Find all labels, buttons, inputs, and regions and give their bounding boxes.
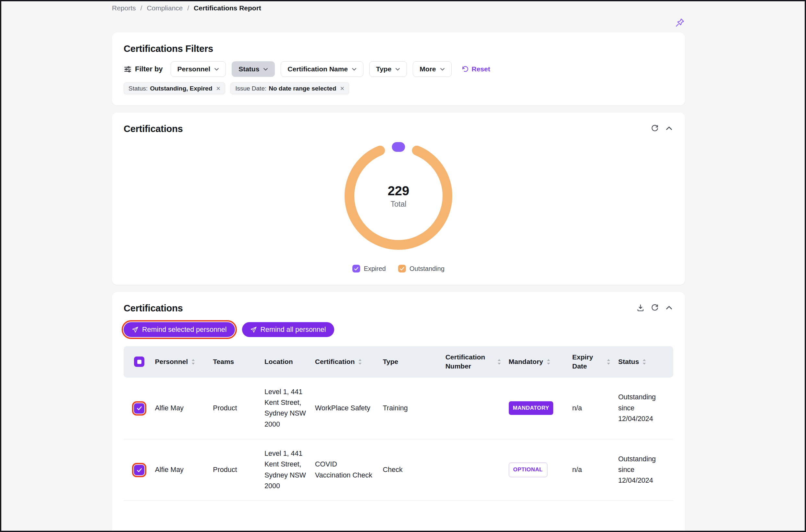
filter-row: Filter by Personnel Status Certification… [124, 61, 673, 77]
donut-total-caption: Total [391, 200, 407, 209]
dropdown-label: Type [376, 65, 391, 73]
remind-all-personnel-button[interactable]: Remind all personnel [242, 322, 334, 337]
sort-icon[interactable] [358, 358, 362, 365]
table-card-title: Certifications [124, 303, 183, 314]
column-label: Type [383, 357, 398, 366]
optional-badge: OPTIONAL [509, 462, 547, 477]
cell-certification-number [446, 378, 509, 439]
row-checkbox[interactable] [134, 465, 144, 475]
select-all-cell [124, 346, 155, 378]
sort-icon[interactable] [546, 358, 551, 365]
column-label: Teams [213, 357, 234, 366]
cell-type: Training [383, 378, 446, 439]
remove-chip-icon[interactable]: × [340, 85, 344, 92]
legend-item-outstanding[interactable]: Outstanding [398, 265, 445, 272]
chevron-down-icon [263, 68, 268, 71]
sort-icon[interactable] [606, 358, 611, 365]
chip-value: No date range selected [269, 85, 336, 92]
column-header-location: Location [264, 346, 315, 378]
column-header-mandatory[interactable]: Mandatory [509, 346, 573, 378]
filter-dropdown-status[interactable]: Status [232, 61, 275, 77]
chart-legend: Expired Outstanding [124, 265, 673, 274]
breadcrumb-compliance[interactable]: Compliance [147, 4, 183, 12]
filters-card: Certifications Filters Filter by Personn… [112, 33, 685, 106]
button-label: Remind all personnel [261, 326, 326, 334]
chip-label: Issue Date: [235, 85, 266, 92]
cell-type: Check [383, 439, 446, 500]
sort-icon[interactable] [191, 358, 196, 365]
mandatory-badge: MANDATORY [509, 401, 554, 415]
column-label: Certification [315, 357, 355, 366]
column-label: Mandatory [509, 357, 543, 366]
check-icon [137, 406, 142, 410]
cell-mandatory: MANDATORY [509, 378, 573, 439]
column-header-expiry-date[interactable]: Expiry Date [572, 346, 618, 378]
table-header-row: Personnel Teams Location Certification T… [124, 346, 673, 378]
pin-row [112, 16, 685, 29]
check-icon [137, 468, 142, 472]
download-icon[interactable] [636, 304, 645, 312]
filter-dropdown-type[interactable]: Type [369, 61, 407, 77]
remove-chip-icon[interactable]: × [216, 85, 220, 92]
cell-personnel: Alfie May [155, 378, 213, 439]
app-window: Reports / Compliance / Certifications Re… [0, 0, 806, 532]
breadcrumb-reports[interactable]: Reports [112, 4, 136, 12]
breadcrumb-separator: / [187, 4, 189, 12]
certifications-chart-card: Certifications [112, 113, 685, 285]
checkbox-checked-icon[interactable] [352, 265, 360, 272]
filter-dropdown-personnel[interactable]: Personnel [171, 61, 226, 77]
chip-value: Outstanding, Expired [150, 85, 212, 92]
legend-item-expired[interactable]: Expired [352, 265, 386, 272]
dropdown-label: More [419, 65, 436, 73]
column-label: Expiry Date [572, 353, 603, 371]
cell-status: Outstanding since 12/04/2024 [618, 439, 673, 500]
filter-dropdown-more[interactable]: More [413, 61, 451, 77]
cell-personnel: Alfie May [155, 439, 213, 500]
column-header-certification[interactable]: Certification [315, 346, 383, 378]
breadcrumb: Reports / Compliance / Certifications Re… [112, 1, 805, 12]
certifications-table: Personnel Teams Location Certification T… [124, 346, 673, 501]
column-header-status[interactable]: Status [618, 346, 673, 378]
column-label: Location [264, 357, 293, 366]
pin-icon[interactable] [675, 18, 685, 28]
reset-filters-button[interactable]: Reset [462, 65, 490, 73]
reset-icon [462, 65, 469, 73]
collapse-chevron-icon[interactable] [665, 304, 673, 312]
send-icon [132, 326, 138, 333]
indeterminate-mark [137, 360, 142, 364]
breadcrumb-current-page: Certifications Report [194, 4, 261, 12]
filters-card-title: Certifications Filters [124, 43, 673, 54]
cell-expiry-date: n/a [572, 439, 618, 500]
certifications-donut-chart: 229 Total [344, 141, 453, 250]
row-checkbox[interactable] [134, 403, 144, 414]
legend-label: Outstanding [410, 265, 445, 272]
dropdown-label: Status [239, 65, 259, 73]
page-content: Certifications Filters Filter by Personn… [112, 33, 685, 532]
refresh-icon[interactable] [651, 304, 659, 312]
reset-label: Reset [472, 65, 490, 73]
chip-label: Status: [129, 85, 148, 92]
select-all-checkbox[interactable] [134, 357, 144, 367]
cell-expiry-date: n/a [572, 378, 618, 439]
column-label: Status [618, 357, 639, 366]
collapse-chevron-icon[interactable] [665, 124, 673, 133]
cell-location: Level 1, 441 Kent Street, Sydney NSW 200… [264, 378, 315, 439]
chart-card-actions [651, 124, 673, 133]
column-header-personnel[interactable]: Personnel [155, 346, 213, 378]
refresh-icon[interactable] [651, 124, 659, 133]
cell-status: Outstanding since 12/04/2024 [618, 378, 673, 439]
column-header-certification-number[interactable]: Certification Number [446, 346, 509, 378]
chevron-down-icon [352, 68, 357, 71]
filter-dropdown-certification-name[interactable]: Certification Name [281, 61, 363, 77]
cell-teams: Product [213, 378, 264, 439]
active-filter-chips: Status: Outstanding, Expired × Issue Dat… [124, 82, 673, 94]
checkbox-checked-icon[interactable] [398, 265, 406, 272]
legend-label: Expired [364, 265, 386, 272]
sort-icon[interactable] [642, 358, 647, 365]
remind-actions: Remind selected personnel Remind all per… [124, 322, 673, 337]
remind-selected-personnel-button[interactable]: Remind selected personnel [124, 322, 235, 337]
donut-center-label: 229 Total [344, 141, 453, 250]
sort-icon[interactable] [497, 358, 502, 365]
column-label: Certification Number [446, 353, 494, 371]
donut-total-value: 229 [388, 184, 410, 198]
